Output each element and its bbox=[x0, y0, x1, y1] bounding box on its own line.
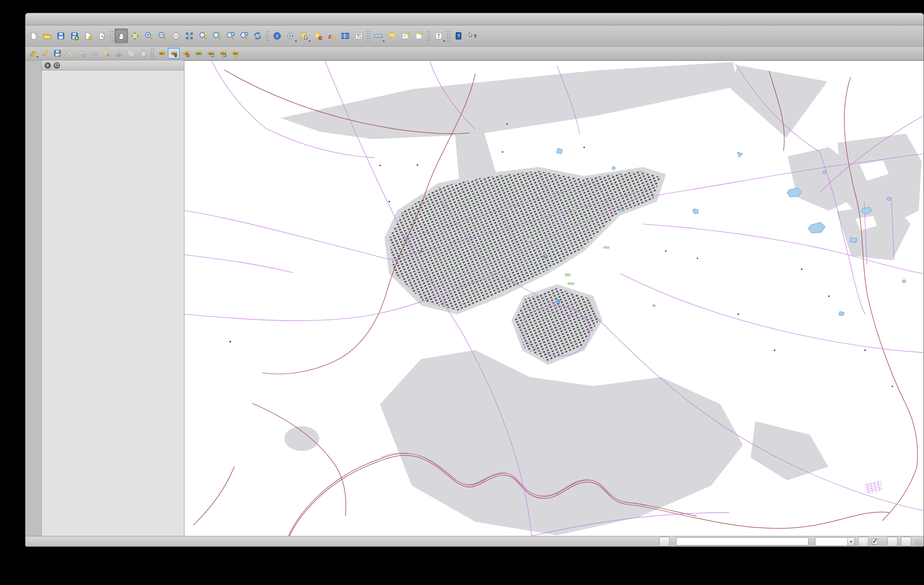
stop-render-button[interactable] bbox=[858, 537, 869, 546]
composer-manager-button[interactable] bbox=[95, 29, 109, 43]
messages-button[interactable] bbox=[901, 537, 911, 546]
label-properties-button[interactable]: abc bbox=[229, 48, 241, 59]
refresh-map-icon bbox=[253, 31, 262, 40]
svg-text:?: ? bbox=[474, 34, 477, 39]
label-pin-button[interactable]: abc bbox=[168, 48, 180, 59]
show-bookmarks-button[interactable] bbox=[412, 29, 426, 43]
labeling-button[interactable]: abc bbox=[155, 48, 168, 59]
whats-this-button[interactable]: ? bbox=[465, 29, 479, 43]
zoom-to-layer-button[interactable] bbox=[210, 29, 224, 43]
toggle-editing-icon bbox=[41, 49, 50, 58]
pan-to-selection-icon bbox=[130, 31, 139, 40]
zoom-out-button[interactable] bbox=[155, 29, 169, 43]
label-move-pin-button[interactable]: ab bbox=[180, 48, 192, 59]
zoom-full-button[interactable] bbox=[183, 29, 196, 43]
identify-features-icon: i bbox=[273, 31, 282, 40]
labeling-icon: abc bbox=[157, 49, 166, 58]
plugin-manager-button[interactable] bbox=[659, 537, 670, 546]
text-annotation-icon: T bbox=[434, 31, 443, 40]
deselect-features-button[interactable] bbox=[311, 29, 325, 43]
coordinate-input[interactable] bbox=[676, 537, 809, 545]
deselect-features-icon bbox=[313, 31, 323, 40]
zoom-next-button[interactable] bbox=[237, 29, 251, 43]
title-bar[interactable] bbox=[25, 13, 924, 25]
new-project-icon bbox=[29, 31, 38, 40]
toolbar-separator bbox=[367, 30, 371, 41]
layers-panel-header: x bbox=[42, 60, 184, 70]
open-project-button[interactable] bbox=[40, 29, 54, 43]
select-by-expression-button[interactable]: ε bbox=[325, 29, 338, 43]
label-visibility-button[interactable]: abc bbox=[192, 48, 204, 59]
label-properties-icon: abc bbox=[231, 49, 239, 58]
dropdown-arrow-icon: ▼ bbox=[382, 40, 385, 43]
toggle-editing-button[interactable] bbox=[39, 48, 51, 59]
identify-features-button[interactable]: i bbox=[270, 29, 284, 43]
toolbar-separator bbox=[109, 30, 114, 41]
map-tips-button[interactable] bbox=[385, 29, 399, 43]
save-layer-edits-button[interactable] bbox=[51, 48, 64, 59]
zoom-to-selection-button[interactable] bbox=[196, 29, 210, 43]
dropdown-arrow-icon: ▼ bbox=[36, 55, 39, 59]
select-features-icon bbox=[300, 31, 309, 40]
zoom-last-button[interactable] bbox=[224, 29, 237, 43]
run-feature-action-button[interactable]: ▼ bbox=[284, 29, 298, 43]
zoom-to-selection-icon bbox=[199, 31, 208, 40]
qgis-window: 1:1i▼▼ε▼T▼?? ▼abcabcababcabcabcabc x bbox=[25, 13, 924, 547]
select-features-button[interactable]: ▼ bbox=[298, 29, 311, 43]
render-checkbox[interactable] bbox=[872, 539, 878, 545]
save-project-button[interactable] bbox=[54, 29, 68, 43]
label-move-button[interactable]: abc bbox=[204, 48, 217, 59]
svg-text:T: T bbox=[437, 33, 440, 39]
toolbar-separator bbox=[427, 30, 431, 41]
text-annotation-button[interactable]: T▼ bbox=[432, 29, 446, 43]
status-bar: ▼ bbox=[25, 536, 924, 546]
save-project-as-icon bbox=[70, 31, 79, 40]
label-rotate-button[interactable]: abc bbox=[217, 48, 229, 59]
zoom-native-icon: 1:1 bbox=[171, 31, 180, 40]
main-toolbar: 1:1i▼▼ε▼T▼?? bbox=[25, 25, 924, 47]
digitizing-labels-toolbar: ▼abcabcababcabcabcabc bbox=[25, 47, 924, 60]
show-bookmarks-icon bbox=[415, 31, 424, 40]
help-button[interactable]: ? bbox=[452, 29, 465, 43]
add-feature-icon bbox=[65, 49, 74, 58]
save-project-as-button[interactable] bbox=[68, 29, 81, 43]
close-panel-icon[interactable]: x bbox=[45, 62, 51, 69]
whats-this-icon: ? bbox=[467, 31, 477, 40]
resize-grip[interactable] bbox=[914, 540, 921, 546]
node-tool-button bbox=[88, 48, 100, 59]
new-composer-button[interactable] bbox=[81, 29, 95, 43]
layers-panel: x bbox=[41, 60, 184, 536]
new-bookmark-button[interactable] bbox=[399, 29, 412, 43]
scale-combo[interactable]: ▼ bbox=[815, 537, 855, 546]
dropdown-arrow-icon: ▼ bbox=[442, 40, 446, 43]
map-tips-icon bbox=[387, 31, 397, 40]
pan-map-button[interactable] bbox=[114, 29, 128, 43]
move-feature-icon bbox=[78, 49, 86, 58]
svg-text:i: i bbox=[277, 34, 278, 39]
copy-features-button bbox=[125, 48, 137, 59]
new-bookmark-icon bbox=[401, 31, 410, 40]
label-rotate-icon: abc bbox=[219, 49, 227, 58]
map-render bbox=[184, 61, 924, 536]
chevron-down-icon[interactable]: ▼ bbox=[847, 538, 854, 545]
attribute-table-button[interactable] bbox=[338, 29, 352, 43]
current-edits-button[interactable]: ▼ bbox=[27, 48, 39, 59]
float-panel-icon[interactable] bbox=[54, 62, 60, 69]
dropdown-arrow-icon: ▼ bbox=[294, 40, 298, 43]
pan-map-icon bbox=[117, 31, 126, 40]
landuse-layer bbox=[281, 62, 921, 535]
pan-to-selection-button[interactable] bbox=[128, 29, 142, 43]
crs-status-button[interactable] bbox=[887, 537, 898, 546]
toolbar-separator bbox=[265, 30, 269, 41]
map-canvas[interactable] bbox=[184, 60, 924, 536]
zoom-in-button[interactable] bbox=[142, 29, 155, 43]
svg-text:1:1: 1:1 bbox=[174, 35, 178, 37]
cut-features-icon bbox=[114, 49, 123, 58]
svg-text:ε: ε bbox=[328, 32, 332, 40]
refresh-map-button[interactable] bbox=[251, 29, 264, 43]
measure-button[interactable]: ▼ bbox=[372, 29, 385, 43]
toolbar-separator bbox=[447, 30, 451, 41]
field-calculator-button[interactable] bbox=[352, 29, 366, 43]
new-project-button[interactable] bbox=[27, 29, 40, 43]
zoom-native-button[interactable]: 1:1 bbox=[169, 29, 183, 43]
